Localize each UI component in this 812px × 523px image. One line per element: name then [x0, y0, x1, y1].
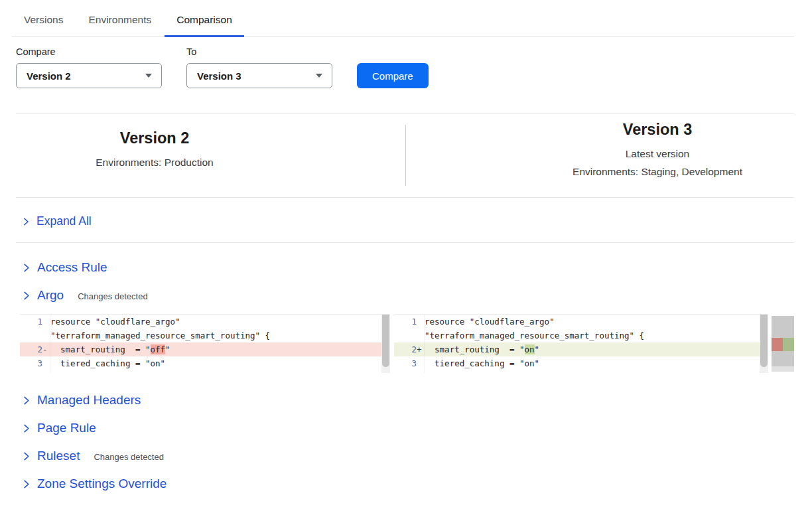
compare-from-value: Version 2: [27, 70, 71, 82]
chevron-right-icon: [21, 479, 31, 489]
diff-left-panel: 1 resource "cloudflare_argo" "terraform_…: [20, 314, 390, 373]
diff-line: 1 resource "cloudflare_argo": [394, 315, 768, 329]
scrollbar-thumb[interactable]: [760, 315, 768, 367]
overview-unchanged-block: [772, 351, 794, 366]
compare-to-select[interactable]: Version 3: [186, 63, 332, 88]
chevron-down-icon: [316, 74, 322, 78]
chevron-right-icon: [21, 423, 31, 433]
version-headers: Version 2 Environments: Production Versi…: [0, 113, 812, 197]
tab-versions[interactable]: Versions: [12, 14, 75, 37]
overview-removed-marker: [772, 338, 783, 351]
section-page-rule[interactable]: Page Rule: [16, 419, 794, 437]
overview-added-marker: [783, 338, 794, 351]
section-label: Page Rule: [37, 421, 96, 435]
changes-badge: Changes detected: [78, 289, 148, 301]
section-label: Zone Settings Override: [37, 477, 167, 491]
chevron-down-icon: [145, 74, 152, 78]
version-right-header: Version 3 Latest version Environments: S…: [406, 113, 812, 197]
comparison-page: Versions Environments Comparison Compare…: [0, 0, 812, 523]
tab-environments[interactable]: Environments: [76, 14, 163, 37]
version-right-environments: Environments: Staging, Development: [573, 163, 742, 181]
resource-sections: Access Rule Argo Changes detected 1 reso…: [0, 243, 812, 493]
section-label: Ruleset: [37, 449, 80, 463]
version-left-environments: Environments: Production: [96, 153, 213, 171]
version-right-title: Version 3: [623, 121, 693, 139]
diff-line-wrap: "terraform_managed_resource_smart_routin…: [394, 329, 768, 342]
compare-controls: Compare Version 2 To Version 3 Compare: [16, 46, 794, 88]
section-argo[interactable]: Argo Changes detected: [16, 286, 794, 305]
tab-bar: Versions Environments Comparison: [12, 0, 794, 37]
chevron-right-icon: [21, 263, 31, 273]
compare-from-select[interactable]: Version 2: [16, 63, 162, 88]
vertical-scrollbar[interactable]: [381, 315, 390, 373]
argo-diff-viewer: 1 resource "cloudflare_argo" "terraform_…: [20, 314, 794, 374]
diff-line-removed: 2- smart_routing = "off": [20, 342, 390, 356]
compare-to-value: Version 3: [197, 70, 241, 82]
diff-overview-ruler[interactable]: [772, 316, 794, 372]
overview-end-block: [772, 366, 794, 372]
diff-line: 1 resource "cloudflare_argo": [20, 315, 390, 329]
section-ruleset[interactable]: Ruleset Changes detected: [16, 447, 794, 465]
compare-from-label: Compare: [16, 46, 162, 57]
chevron-right-icon: [21, 291, 31, 301]
chevron-right-icon: [21, 396, 31, 406]
compare-button[interactable]: Compare: [357, 63, 429, 88]
section-managed-headers[interactable]: Managed Headers: [16, 391, 794, 410]
chevron-right-icon: [21, 217, 31, 226]
version-left-header: Version 2 Environments: Production: [0, 113, 405, 197]
chevron-right-icon: [21, 451, 31, 461]
diff-line: 3 tiered_caching = "on": [20, 356, 390, 370]
compare-to-group: To Version 3: [186, 46, 332, 88]
section-zone-settings-override[interactable]: Zone Settings Override: [16, 475, 794, 493]
section-label: Access Rule: [37, 260, 107, 275]
section-access-rule[interactable]: Access Rule: [16, 258, 794, 277]
version-right-subtitle: Latest version Environments: Staging, De…: [573, 145, 742, 181]
diff-line: 4 }: [20, 370, 390, 373]
diff-line-added: 2+ smart_routing = "on": [394, 342, 768, 356]
diff-line-wrap: "terraform_managed_resource_smart_routin…: [20, 329, 390, 342]
overview-unchanged-block: [772, 316, 794, 338]
diff-line: 4 }: [394, 370, 768, 373]
expand-all-label: Expand All: [36, 214, 92, 228]
version-right-latest: Latest version: [573, 145, 742, 163]
tab-comparison[interactable]: Comparison: [165, 14, 244, 37]
vertical-scrollbar[interactable]: [760, 315, 768, 373]
changes-badge: Changes detected: [94, 450, 164, 462]
section-label: Argo: [37, 288, 64, 303]
version-left-title: Version 2: [120, 129, 190, 147]
scrollbar-thumb[interactable]: [382, 315, 389, 367]
compare-from-group: Compare Version 2: [16, 46, 162, 88]
section-label: Managed Headers: [37, 393, 141, 408]
expand-all-button[interactable]: Expand All: [16, 198, 794, 242]
diff-line: 3 tiered_caching = "on": [394, 356, 768, 370]
diff-right-panel: 1 resource "cloudflare_argo" "terraform_…: [394, 314, 768, 373]
compare-to-label: To: [186, 46, 332, 57]
overview-changed-block: [772, 338, 794, 351]
